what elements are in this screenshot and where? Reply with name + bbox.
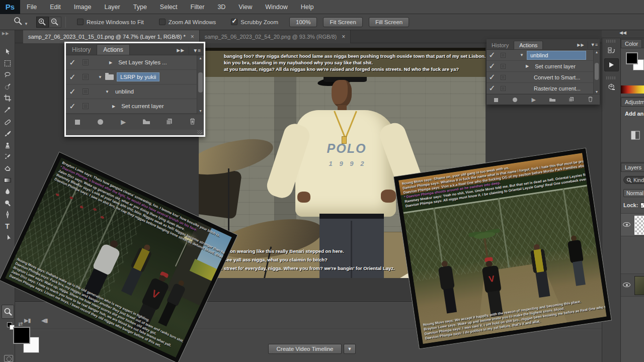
scroll-down-icon[interactable]: ▼ [594,90,600,94]
tab-layers[interactable]: Layers [621,163,644,171]
gradient-tool-icon[interactable] [0,174,15,186]
lock-transparency-icon[interactable] [640,203,644,208]
toggle-item-check[interactable]: ✓ [66,102,79,111]
zoom-out-button[interactable] [49,17,61,28]
menu-type[interactable]: Type [127,0,153,14]
menu-filter[interactable]: Filter [184,0,211,14]
foreground-color-swatch[interactable] [626,52,638,64]
scroll-up-icon[interactable]: ▲ [594,50,600,54]
menu-image[interactable]: Image [67,0,98,14]
zoom-tool-selected[interactable] [2,305,14,319]
delete-trash-icon[interactable] [181,118,204,127]
menu-window[interactable]: Window [259,0,294,14]
dialog-toggle-checkbox[interactable] [498,53,509,58]
toggle-item-check[interactable]: ✓ [66,58,79,67]
record-button[interactable] [506,95,525,104]
tab-adjustments[interactable]: Adjustments [621,98,644,106]
layer-row[interactable] [621,274,644,297]
blend-mode-dropdown[interactable]: Normal [623,189,644,197]
tab-actions[interactable]: Actions [514,41,543,49]
toggle-item-check[interactable]: ✓ [487,83,498,93]
actions-panel-icon[interactable] [604,58,619,71]
eyedropper-tool-icon[interactable] [0,104,15,115]
collapse-panel-icon[interactable]: ▶▶ [177,48,185,53]
layer-thumbnail[interactable] [634,276,644,295]
menu-view[interactable]: View [232,0,259,14]
color-spectrum-ramp[interactable] [621,85,644,94]
action-row[interactable]: ✓ ▼ LSRP by yukii [66,70,204,84]
tab-color[interactable]: Color [621,39,642,48]
menu-select[interactable]: Select [153,0,184,14]
blur-tool-icon[interactable] [0,186,15,197]
tab-actions[interactable]: Actions [97,44,129,55]
previous-frame-icon[interactable]: ◀▮ [41,317,48,324]
zoom-100-button[interactable]: 100% [289,17,317,27]
tab-history[interactable]: History [487,41,514,49]
panel-scrollbar[interactable]: ▲ ▼ [197,55,204,114]
chevron-right-icon[interactable]: ▶ [112,104,115,109]
action-row[interactable]: ✓ ▶ Set current layer [487,61,600,72]
panel-menu-icon[interactable]: ▼≡ [193,48,201,53]
action-row[interactable]: ✓ ▼ unblind [487,50,600,61]
spot-healing-brush-tool-icon[interactable] [0,117,15,128]
layer-visibility-eye-icon[interactable] [623,222,630,227]
brush-tool-icon[interactable] [0,128,15,139]
collapse-panel-icon[interactable]: ▶▶ [577,43,584,47]
panel-resize-grip[interactable] [197,130,202,134]
scroll-up-icon[interactable]: ▲ [197,56,204,60]
pen-tool-icon[interactable] [0,209,15,220]
toggle-item-check[interactable]: ✓ [66,72,79,82]
scrubby-zoom-checkbox[interactable] [231,19,237,25]
action-row[interactable]: ✓ Convert to Smart... [487,72,600,83]
scrollbar-thumb[interactable] [198,72,203,93]
tab-history[interactable]: History [66,45,97,55]
play-button[interactable]: ▶ [524,97,543,103]
clone-stamp-tool-icon[interactable] [0,140,15,151]
record-button[interactable] [89,118,112,127]
new-set-folder-button[interactable] [543,95,562,104]
close-icon[interactable]: × [191,33,194,40]
3d-panel-icon[interactable] [604,81,619,94]
tool-preset-dropdown-icon[interactable]: ▼ [24,22,28,26]
quick-mask-icon[interactable] [4,355,13,362]
scroll-down-icon[interactable]: ▼ [197,109,204,113]
chevron-right-icon[interactable]: ▶ [109,60,112,65]
dialog-toggle-checkbox[interactable] [79,59,92,65]
layer-thumbnail[interactable] [634,216,644,235]
chevron-down-icon[interactable]: ▼ [105,89,109,94]
menu-file[interactable]: File [20,0,43,14]
lasso-tool-icon[interactable] [0,69,15,80]
next-frame-icon[interactable]: ▶▮ [24,317,31,324]
dialog-toggle-checkbox[interactable] [79,103,92,109]
history-brush-tool-icon[interactable] [0,151,15,162]
crop-tool-icon[interactable] [0,93,15,104]
timeline-mode-dropdown[interactable]: ▼ [344,344,356,354]
stop-button[interactable] [487,95,506,104]
action-row[interactable]: ✓ ▶ Set current layer [66,99,204,114]
menu-edit[interactable]: Edit [43,0,67,14]
create-video-timeline-button[interactable]: Create Video Timeline [268,344,342,354]
eraser-tool-icon[interactable] [0,163,15,174]
menu-layer[interactable]: Layer [98,0,126,14]
zoom-tool-icon[interactable] [13,16,23,28]
action-row[interactable]: ✓ Rasterize current... [487,83,600,94]
new-action-button[interactable] [158,118,181,127]
dialog-toggle-checkbox[interactable] [79,74,92,80]
chevron-right-icon[interactable]: ▶ [526,64,529,68]
dialog-toggle-checkbox[interactable] [498,75,509,80]
new-action-button[interactable] [562,95,581,104]
toggle-item-check[interactable]: ✓ [487,50,498,60]
stop-button[interactable] [66,118,89,127]
dialog-toggle-checkbox[interactable] [498,64,509,69]
new-set-folder-button[interactable] [135,118,158,127]
type-tool-icon[interactable]: T [0,221,15,232]
dodge-tool-icon[interactable] [0,198,15,209]
resize-windows-checkbox[interactable] [77,19,84,25]
delete-trash-icon[interactable] [581,95,600,104]
layer-row-selected[interactable] [621,213,644,236]
zoom-all-windows-checkbox[interactable] [159,19,166,25]
history-panel-icon[interactable] [604,44,619,57]
dialog-toggle-checkbox[interactable] [498,86,509,91]
zoom-in-button[interactable] [36,17,49,28]
fit-screen-button[interactable]: Fit Screen [323,17,362,27]
